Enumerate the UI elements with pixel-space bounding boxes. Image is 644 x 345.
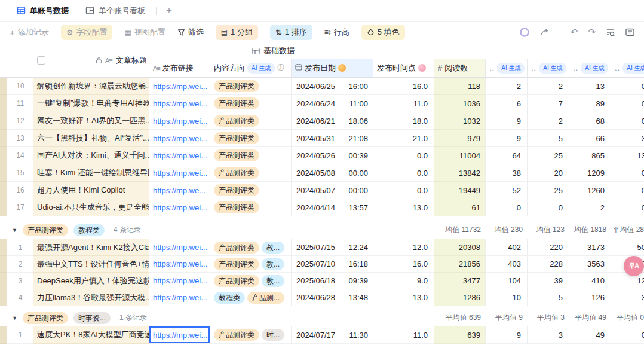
group-stat-4[interactable]: 平均值 49: [569, 313, 611, 323]
reads-cell[interactable]: 1036: [434, 95, 486, 112]
column-header-date[interactable]: 发布日期: [292, 59, 373, 78]
row-height-button[interactable]: ≡↕行高: [324, 27, 349, 38]
time-point-cell[interactable]: 11.0: [373, 326, 434, 344]
date-cell[interactable]: 2024/05/2600:39: [292, 147, 373, 164]
add-view-button[interactable]: +: [159, 5, 179, 17]
ai-col3-cell[interactable]: 3173: [569, 239, 611, 256]
ai-col1-cell[interactable]: 10: [486, 289, 528, 306]
filter-button[interactable]: 筛选: [177, 27, 204, 38]
date-cell[interactable]: 2024/06/2118:06: [292, 112, 373, 130]
link-cell[interactable]: https://mp.wei...: [149, 326, 210, 344]
floating-collaborator-badge[interactable]: 早A: [624, 256, 644, 276]
title-cell[interactable]: 哇塞！Kimi 还能一键绘制思维导图: [33, 164, 149, 182]
time-point-cell[interactable]: 18.0: [373, 112, 434, 130]
link-cell[interactable]: https://mp.wei...: [149, 289, 210, 306]
ai-col4-cell[interactable]: 0: [611, 95, 644, 112]
reads-cell[interactable]: 1032: [434, 112, 486, 130]
title-cell[interactable]: 最强中文TTS！设计任何音色+情...: [33, 256, 149, 273]
date-cell[interactable]: 2025/07/1016:18: [292, 256, 373, 273]
ai-col1-cell[interactable]: 104: [486, 273, 528, 289]
time-point-cell[interactable]: 0.0: [373, 182, 434, 199]
add-record-button[interactable]: +添加记录: [10, 27, 49, 38]
reads-cell[interactable]: 118: [434, 78, 486, 95]
ai-col1-cell[interactable]: 9: [486, 112, 528, 130]
group-stat-1[interactable]: 平均值 639: [434, 313, 486, 323]
link-cell[interactable]: https://mp.wei...: [149, 164, 210, 182]
link-cell[interactable]: https://mp.wei...: [149, 256, 210, 273]
ai-col2-cell[interactable]: 220: [528, 239, 569, 256]
link-cell[interactable]: https://mp.wei...: [149, 112, 210, 130]
sort-button[interactable]: ⇅1 排序: [270, 25, 312, 40]
group-stat-3[interactable]: 均值 123: [528, 225, 569, 235]
title-cell[interactable]: 一键“复制”爆款！电商专用AI神器...: [33, 95, 149, 112]
ai-col3-cell[interactable]: 1260: [569, 182, 611, 199]
title-cell[interactable]: DeepSeek用户慎入！体验完这款...: [33, 273, 149, 289]
row-number[interactable]: 2: [7, 256, 33, 273]
ai-col2-cell[interactable]: 5: [528, 289, 569, 306]
direction-cell[interactable]: 产品测评类教...: [210, 256, 292, 273]
ai-col1-cell[interactable]: 2: [486, 78, 528, 95]
ai-col2-cell[interactable]: 5: [528, 130, 569, 147]
date-cell[interactable]: 2024/05/3121:08: [292, 130, 373, 147]
link-cell[interactable]: https://mp.wei...: [149, 273, 210, 289]
title-cell[interactable]: 力压llama3！谷歌最强开源大模...: [33, 289, 149, 306]
panel-icon[interactable]: [625, 28, 634, 36]
ai-col4-cell[interactable]: 0: [611, 78, 644, 95]
direction-cell[interactable]: 产品测评类时...: [210, 326, 292, 344]
column-header-dir[interactable]: 内容方向AI 生成ⓘ: [210, 59, 292, 78]
date-cell[interactable]: 2025/06/1809:39: [292, 273, 373, 289]
row-number[interactable]: 13: [7, 130, 33, 147]
ai-col3-cell[interactable]: 2: [569, 199, 611, 216]
link-cell[interactable]: https://mp.we...: [149, 182, 210, 199]
title-cell[interactable]: 超万人使用！Kimi Copilot: [33, 182, 149, 199]
ai-col2-cell[interactable]: 228: [528, 256, 569, 273]
reads-cell[interactable]: 21856: [434, 256, 486, 273]
ai-col2-cell[interactable]: 2: [528, 112, 569, 130]
row-number[interactable]: 17: [7, 199, 33, 216]
view-tab-1[interactable]: 单账号数据: [8, 0, 77, 22]
row-number[interactable]: 10: [7, 78, 33, 95]
ai-col4-cell[interactable]: 0: [611, 326, 644, 344]
view-tab-2[interactable]: 单个账号看板: [77, 0, 154, 22]
reads-cell[interactable]: 19449: [434, 182, 486, 199]
ai-col1-cell[interactable]: 403: [486, 256, 528, 273]
date-cell[interactable]: 2024/05/0800:00: [292, 164, 373, 182]
column-header-ai2[interactable]: ..AI 生成: [528, 59, 569, 78]
title-cell[interactable]: 网友一致好评！AI界的又一匹黑...: [33, 112, 149, 130]
ai-col4-cell[interactable]: 13: [611, 147, 644, 164]
group-stat-5[interactable]: 平均值 0: [611, 313, 644, 323]
time-point-cell[interactable]: 21.0: [373, 130, 434, 147]
column-header-ai1[interactable]: ..AI 生成: [486, 59, 528, 78]
collapse-group-caret-icon[interactable]: ▼: [12, 315, 17, 321]
date-cell[interactable]: 2024/06/2813:48: [292, 289, 373, 306]
ai-col4-cell[interactable]: 0: [611, 199, 644, 216]
date-cell[interactable]: 2024/06/2411:00: [292, 95, 373, 112]
row-number[interactable]: 14: [7, 147, 33, 164]
row-number[interactable]: 11: [7, 95, 33, 112]
reads-cell[interactable]: 639: [434, 326, 486, 344]
time-point-cell[interactable]: 13.0: [373, 289, 434, 306]
ai-col2-cell[interactable]: 0: [528, 199, 569, 216]
ai-col1-cell[interactable]: 38: [486, 164, 528, 182]
reads-cell[interactable]: 3477: [434, 273, 486, 289]
time-point-cell[interactable]: 16.0: [373, 256, 434, 273]
direction-cell[interactable]: 产品测评类教...: [210, 273, 292, 289]
time-point-cell[interactable]: 13.0: [373, 199, 434, 216]
share-icon[interactable]: [540, 28, 550, 36]
title-cell[interactable]: Udio-ai:不只生成音乐，更是全能...: [33, 199, 149, 216]
ai-col1-cell[interactable]: 0: [486, 199, 528, 216]
time-point-cell[interactable]: 9.0: [373, 273, 434, 289]
select-all-checkbox[interactable]: [37, 56, 45, 65]
ai-col3-cell[interactable]: 68: [569, 112, 611, 130]
row-number[interactable]: 3: [7, 273, 33, 289]
redo-icon[interactable]: ↷: [588, 27, 596, 38]
search-record-icon[interactable]: [606, 28, 615, 37]
ai-col3-cell[interactable]: 865: [569, 147, 611, 164]
direction-cell[interactable]: 产品测评类: [210, 95, 292, 112]
ai-col3-cell[interactable]: 89: [569, 95, 611, 112]
title-cell[interactable]: 六一【黑科技】礼物、AI“复活”...: [33, 130, 149, 147]
link-cell[interactable]: https://mp.wei...: [149, 78, 210, 95]
link-cell[interactable]: https://mp.wei...: [149, 130, 210, 147]
ai-col4-cell[interactable]: 0: [611, 112, 644, 130]
direction-cell[interactable]: 产品测评类: [210, 164, 292, 182]
